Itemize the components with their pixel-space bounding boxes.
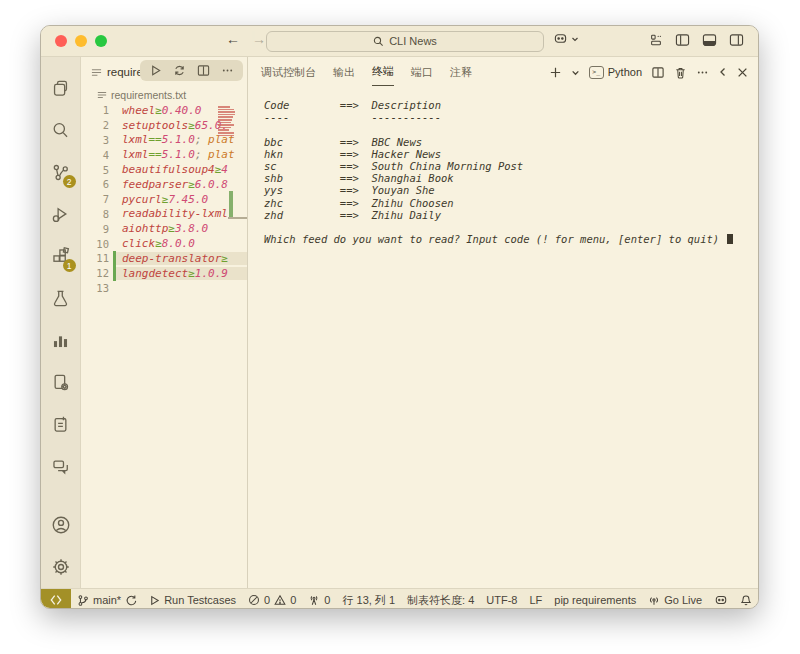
tab-terminal[interactable]: 终端: [372, 58, 394, 86]
code-line: 4lxml==5.1.0; plat: [81, 147, 247, 162]
split-terminal-icon[interactable]: [651, 66, 665, 79]
loop-icon[interactable]: [173, 64, 186, 77]
list-file-icon: [97, 90, 107, 100]
minimap[interactable]: [218, 106, 236, 136]
toggle-secondary-sidebar-icon[interactable]: [729, 33, 744, 47]
activity-file-settings[interactable]: [41, 361, 81, 403]
comments-icon: [51, 457, 70, 476]
git-branch-icon: [77, 594, 89, 607]
terminal-line: hkn ==> Hacker News: [264, 148, 758, 160]
warning-icon: [274, 594, 286, 606]
tab-debug-console[interactable]: 调试控制台: [261, 59, 316, 86]
branch-status[interactable]: main*: [71, 594, 143, 607]
tab-comments[interactable]: 注释: [450, 59, 472, 86]
activity-testing[interactable]: [41, 277, 81, 319]
sync-icon: [125, 594, 137, 606]
code-editor[interactable]: 1wheel≥0.40.0 2setuptools≥65.0. 3lxml==5…: [81, 103, 247, 588]
kill-terminal-icon[interactable]: [674, 66, 687, 79]
editor-actions-toolbar: [140, 60, 243, 81]
minimize-window-button[interactable]: [75, 35, 87, 47]
copilot-icon: [714, 594, 728, 606]
line-col-status[interactable]: 行 13, 列 1: [336, 593, 401, 608]
source-control-badge: 2: [63, 175, 76, 188]
code-line: 11deep-translator≥: [81, 251, 247, 266]
breadcrumb[interactable]: requirements.txt: [81, 87, 247, 103]
terminal-line: sc ==> South China Morning Post: [264, 160, 758, 172]
radio-tower-icon: [308, 594, 320, 606]
terminal-line: shb ==> Shanghai Book: [264, 172, 758, 184]
terminal-line: ---- -----------: [264, 111, 758, 123]
notifications-button[interactable]: [734, 594, 758, 607]
activity-run-debug[interactable]: [41, 193, 81, 235]
terminal-instance[interactable]: >_ Python: [589, 66, 642, 79]
toggle-panel-icon[interactable]: [702, 33, 717, 47]
tab-size-status[interactable]: 制表符长度: 4: [401, 593, 480, 608]
terminal-line: bbc ==> BBC News: [264, 136, 758, 148]
toggle-primary-sidebar-icon[interactable]: [675, 33, 690, 47]
copilot-menu[interactable]: [553, 32, 579, 45]
activity-bar: 2 1: [41, 57, 81, 588]
activity-search[interactable]: [41, 109, 81, 151]
remote-indicator[interactable]: [41, 589, 71, 609]
problems-status[interactable]: 0 0: [242, 594, 302, 606]
terminal-cursor: [727, 234, 733, 244]
split-editor-icon[interactable]: [197, 64, 210, 77]
run-testcases-button[interactable]: Run Testcases: [143, 594, 242, 606]
traffic-lights: [55, 35, 107, 47]
activity-extensions[interactable]: 1: [41, 235, 81, 277]
code-line: 12langdetect≥1.0.9: [81, 266, 247, 281]
files-icon: [51, 79, 70, 98]
encoding-status[interactable]: UTF-8: [480, 594, 523, 606]
terminal-prompt-line: Which feed do you want to read? Input co…: [264, 233, 758, 245]
broadcast-icon: [648, 594, 660, 606]
panel-more-icon[interactable]: [696, 66, 709, 79]
extensions-badge: 1: [63, 259, 76, 272]
code-line: 6feedparser≥6.0.8: [81, 177, 247, 192]
code-line: 10click≥8.0.0: [81, 236, 247, 251]
eol-status[interactable]: LF: [523, 594, 548, 606]
close-panel-icon[interactable]: [737, 67, 748, 78]
breadcrumb-file: requirements.txt: [111, 89, 186, 101]
account-button[interactable]: [41, 504, 81, 546]
copilot-status[interactable]: [708, 594, 734, 606]
terminal-icon: >_: [589, 66, 604, 79]
go-live-button[interactable]: Go Live: [642, 594, 708, 606]
code-line: 5beautifulsoup4≥4: [81, 162, 247, 177]
terminal-line: zhc ==> Zhihu Choosen: [264, 197, 758, 209]
activity-source-control[interactable]: 2: [41, 151, 81, 193]
tab-ports[interactable]: 端口: [411, 59, 433, 86]
ports-status[interactable]: 0: [302, 594, 336, 606]
flask-icon: [51, 289, 70, 308]
settings-button[interactable]: [41, 546, 81, 588]
maximize-panel-icon[interactable]: [718, 67, 728, 77]
activity-explorer[interactable]: [41, 67, 81, 109]
close-window-button[interactable]: [55, 35, 67, 47]
customize-layout-icon[interactable]: [649, 33, 663, 47]
tab-output[interactable]: 输出: [333, 59, 355, 86]
file-gear-icon: [51, 373, 70, 392]
error-icon: [248, 594, 260, 606]
activity-chart[interactable]: [41, 319, 81, 361]
bell-icon: [740, 594, 752, 607]
activity-comments[interactable]: [41, 445, 81, 487]
code-line: 8readability-lxml: [81, 207, 247, 222]
overview-ruler-marker: [229, 191, 233, 218]
terminal-line: Code ==> Description: [264, 99, 758, 111]
command-center-search[interactable]: CLI News: [266, 31, 544, 52]
panel: 调试控制台 输出 终端 端口 注释 >_ Python: [248, 57, 758, 588]
terminal-profile-chevron-icon[interactable]: [571, 68, 580, 77]
editor-tab-bar: requirements: [81, 57, 247, 87]
terminal-output[interactable]: Code ==> Description ---- ----------- bb…: [248, 87, 758, 588]
new-terminal-icon[interactable]: [549, 66, 562, 79]
list-file-icon: [91, 67, 102, 78]
activity-file-new[interactable]: [41, 403, 81, 445]
back-icon[interactable]: ←: [226, 31, 240, 47]
more-actions-icon[interactable]: [221, 64, 234, 77]
language-mode-status[interactable]: pip requirements: [548, 594, 642, 606]
zoom-window-button[interactable]: [95, 35, 107, 47]
debug-icon: [51, 205, 70, 224]
code-line: 7pycurl≥7.45.0: [81, 192, 247, 207]
forward-icon[interactable]: →: [252, 31, 266, 47]
run-file-icon[interactable]: [149, 64, 162, 77]
play-icon: [149, 595, 160, 606]
